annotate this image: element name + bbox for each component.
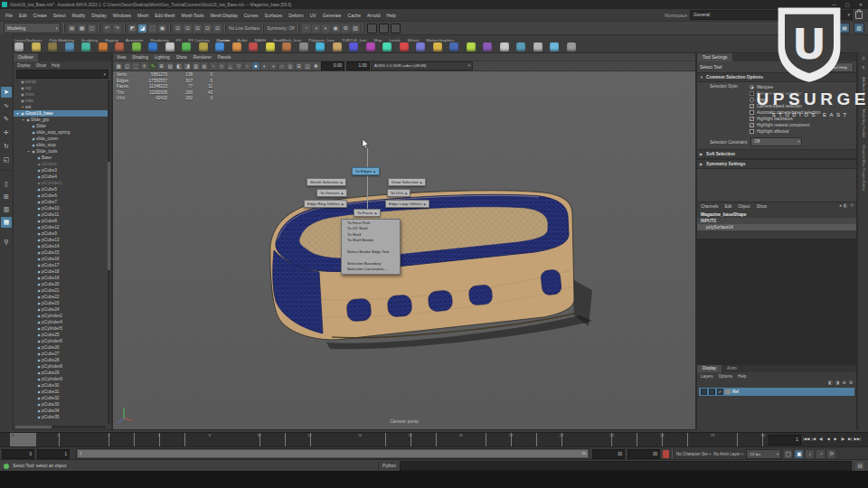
outliner-menu-item[interactable]: Display	[17, 63, 31, 68]
layer-editor-icon[interactable]: ⊕	[843, 380, 846, 387]
render-icon[interactable]: ⚙	[342, 24, 350, 33]
tool-icon[interactable]: ◱	[1, 155, 12, 165]
modeling-toolkit-side-tab[interactable]: Modeling Toolkit	[862, 109, 866, 137]
current-frame-field[interactable]: 1	[769, 435, 801, 446]
section-common-selection-options[interactable]: Common Selection Options	[697, 72, 856, 82]
menu-item[interactable]: Select	[53, 13, 66, 18]
shelf-icon[interactable]	[48, 42, 57, 52]
render-icon[interactable]: ◉	[332, 24, 340, 33]
render-icon[interactable]: ▥	[352, 24, 360, 33]
outliner-item[interactable]: pCube31	[14, 389, 108, 395]
outliner-item[interactable]: side	[14, 98, 108, 104]
submenu-item[interactable]: Selection Constraints...	[342, 267, 400, 272]
shelf-icon[interactable]	[333, 42, 342, 52]
coordinate-input[interactable]	[367, 23, 377, 33]
outliner-item[interactable]: pCube6	[14, 192, 108, 199]
selection-option[interactable]: Highlight nearest component	[750, 122, 856, 128]
workspace-dropdown[interactable]: General	[690, 10, 853, 20]
menu-item[interactable]: Generate	[323, 13, 342, 18]
menu-item[interactable]: Deform	[288, 13, 303, 18]
time-slider[interactable]: 24681012141618202224262830 1 1 |◀◀|◀◀|◀▶…	[0, 432, 868, 446]
selection-option[interactable]: Highlight backfaces	[750, 116, 856, 122]
dock-icon[interactable]: ⟐	[858, 55, 868, 61]
selection-option[interactable]: Marquee	[750, 84, 856, 90]
current-frame-marker[interactable]: 1	[10, 433, 36, 446]
outliner-item[interactable]: pCube26	[14, 344, 108, 351]
snap-magnet-icon[interactable]: Ω	[213, 24, 222, 33]
outliner-item[interactable]: pCube7	[14, 199, 108, 205]
shelf-icon[interactable]	[382, 42, 392, 52]
outliner-item[interactable]: pCylinder9	[14, 376, 108, 382]
layer-editor-menu-item[interactable]: Options	[719, 374, 733, 379]
undo-redo-icon[interactable]: ↷	[113, 24, 121, 33]
channel-box-icon[interactable]: ●	[839, 202, 842, 208]
tool-icon[interactable]: ✛	[1, 127, 12, 138]
range-slider-handle[interactable]: 1 30	[78, 450, 588, 457]
shelf-icon[interactable]	[81, 42, 90, 52]
outliner-tab[interactable]: Outliner	[14, 53, 38, 61]
menu-item[interactable]: Display	[91, 13, 106, 18]
shelf-icon[interactable]	[299, 42, 308, 52]
tool-icon[interactable]: ∿	[1, 100, 12, 111]
selection-option[interactable]: Drag	[750, 97, 856, 103]
shelf-icon[interactable]	[99, 42, 108, 52]
tool-icon[interactable]: ↻	[1, 141, 12, 152]
coordinate-input[interactable]	[391, 23, 401, 33]
command-language-toggle[interactable]: Python	[382, 464, 396, 468]
outliner-item[interactable]: pCube35	[14, 414, 108, 420]
outliner-item[interactable]: pCube20	[14, 281, 108, 287]
shelf-icon[interactable]	[14, 42, 24, 52]
playback-button[interactable]: |▶	[840, 435, 846, 444]
command-line-input[interactable]	[400, 461, 852, 471]
menu-item[interactable]: Surfaces	[265, 13, 283, 18]
shelf-icon[interactable]	[132, 42, 141, 52]
snap-magnet-icon[interactable]: Ω	[174, 24, 182, 33]
maximize-button[interactable]: ▢	[845, 2, 850, 7]
channel-box-menu-item[interactable]: Channels	[701, 204, 718, 209]
layer-color-swatch[interactable]	[725, 389, 731, 394]
outliner-item[interactable]: front	[14, 91, 108, 98]
menu-item[interactable]: Arnold	[367, 13, 380, 18]
input-node-name[interactable]: polySurface14	[697, 224, 856, 230]
shelf-icon[interactable]	[449, 42, 458, 52]
outliner-menu-item[interactable]: Help	[52, 63, 60, 68]
outliner-item[interactable]: pCube15	[14, 249, 108, 256]
option-control-icon[interactable]	[750, 110, 754, 115]
display-layer-row[interactable]: ✓ Ref	[699, 388, 854, 396]
shelf-icon[interactable]	[32, 42, 41, 52]
outliner-item[interactable]: Slide_grp	[14, 117, 108, 123]
layout-button[interactable]: ▥	[1, 204, 12, 215]
script-editor-icon[interactable]: ▤	[855, 462, 864, 470]
outliner-item[interactable]: pCylinder2	[14, 313, 108, 319]
menu-item[interactable]: Modify	[72, 13, 86, 18]
outliner-item[interactable]: pCube5	[14, 186, 108, 192]
channel-box-icon[interactable]: ◧	[844, 202, 848, 208]
selection-option[interactable]: Automatic camera-based selection	[750, 109, 856, 116]
outliner-item[interactable]: Slide	[14, 123, 108, 129]
menu-item[interactable]: Mesh Tools	[182, 13, 204, 18]
shelf-icon[interactable]	[232, 42, 241, 52]
option-control-icon[interactable]	[750, 104, 754, 108]
outliner-vertical-scrollbar[interactable]	[108, 80, 110, 424]
outliner-item[interactable]: pCylinder6	[14, 338, 108, 344]
marking-menu-item[interactable]: Edge Loop Utilities	[385, 200, 429, 208]
layer-editor-icon[interactable]: ◨	[835, 380, 840, 387]
menu-item[interactable]: Help	[386, 13, 395, 18]
layer-playback-toggle[interactable]	[709, 389, 715, 395]
outliner-item[interactable]: pCube18	[14, 268, 108, 275]
playback-button[interactable]: ▶|	[847, 435, 854, 444]
undo-redo-icon[interactable]: ↶	[103, 24, 111, 33]
outliner-item[interactable]: pCube19	[14, 275, 108, 281]
menu-item[interactable]: Mesh	[137, 13, 148, 18]
shelf-icon[interactable]	[249, 42, 258, 52]
outliner-search-input[interactable]	[16, 70, 108, 79]
layer-editor-icon[interactable]: ◧	[828, 380, 833, 387]
menu-item[interactable]: Mesh Display	[211, 13, 238, 18]
section-symmetry-settings[interactable]: Symmetry Settings	[697, 159, 856, 169]
character-set-dropdown[interactable]: No Character Set	[676, 452, 711, 456]
menu-item[interactable]: UV	[310, 13, 316, 18]
playback-start-field[interactable]: 1	[37, 449, 70, 459]
selection-mask-icon[interactable]: ◪	[138, 24, 146, 33]
outliner-item[interactable]: pCylinder1	[14, 180, 108, 186]
outliner-item[interactable]: Slide_tools	[14, 148, 108, 155]
